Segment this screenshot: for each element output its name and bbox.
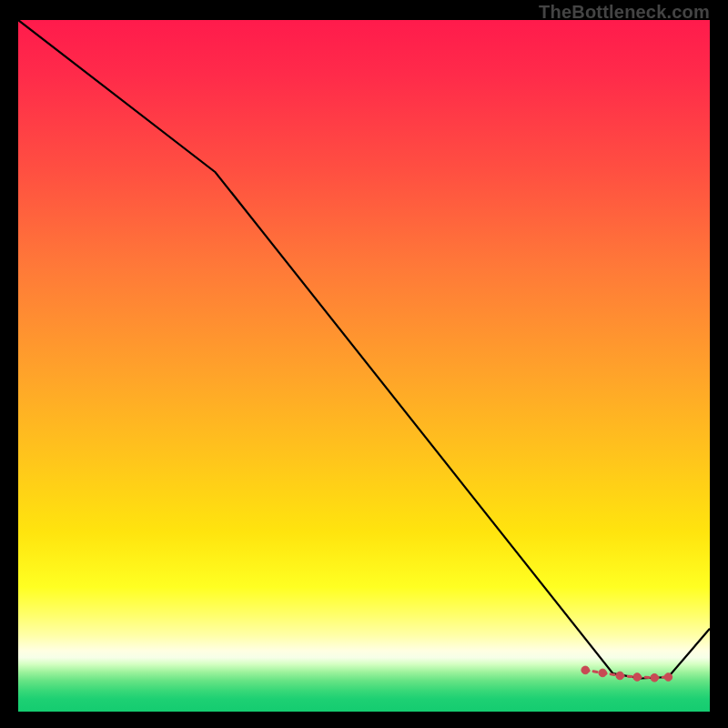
chart-svg (18, 20, 710, 712)
marker-dot (664, 673, 672, 682)
marker-dot (651, 673, 659, 682)
marker-dot (616, 672, 624, 680)
marker-band (581, 666, 672, 682)
marker-dot (599, 669, 607, 677)
marker-dot (581, 666, 590, 674)
chart-canvas: TheBottleneck.com (0, 0, 728, 728)
marker-dot (633, 673, 642, 682)
plot-area (18, 20, 710, 712)
curve-line (18, 20, 710, 679)
